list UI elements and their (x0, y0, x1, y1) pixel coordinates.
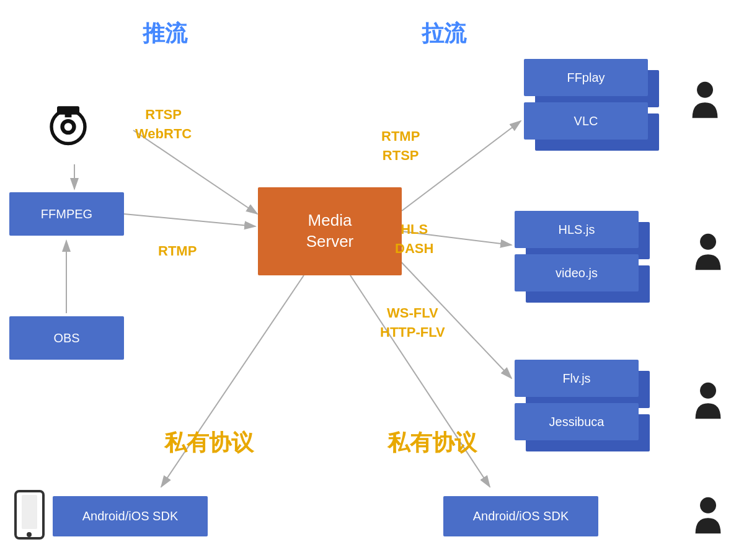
jessibuca-box: Jessibuca (515, 403, 639, 440)
person-icon-1 (688, 81, 722, 123)
flvjs-box: Flv.js (515, 360, 639, 397)
rtmp-push-label: RTMP (158, 242, 197, 261)
person-icon-4 (691, 496, 725, 539)
hls-video-stack: HLS.js video.js (515, 211, 651, 307)
push-section-label: 推流 (143, 19, 187, 49)
svg-point-12 (64, 123, 73, 131)
svg-rect-16 (22, 495, 37, 529)
ffplay-vlc-stack: FFplay VLC (524, 59, 660, 149)
svg-rect-14 (65, 110, 72, 118)
sdk-push-box: Android/iOS SDK (53, 496, 208, 536)
diagram-container: 推流 拉流 FFMPEG OBS MediaServer RTSP WebRTC… (0, 0, 744, 560)
svg-line-4 (124, 214, 255, 226)
ws-http-flv-label: WS-FLV HTTP-FLV (380, 304, 445, 342)
videojs-box: video.js (515, 254, 639, 291)
obs-box: OBS (9, 316, 124, 360)
ffmpeg-box: FFMPEG (9, 192, 124, 236)
private-push-label: 私有协议 (164, 428, 254, 458)
camera-icon (40, 96, 96, 164)
svg-point-21 (700, 497, 716, 513)
pull-section-label: 拉流 (422, 19, 466, 49)
phone-icon (12, 490, 46, 548)
svg-point-20 (700, 383, 716, 399)
svg-point-18 (697, 82, 713, 98)
private-pull-label: 私有协议 (388, 428, 477, 458)
rtmp-rtsp-pull-label: RTMP RTSP (381, 127, 420, 166)
rtsp-webrtc-label: RTSP WebRTC (135, 105, 192, 144)
sdk-pull-box: Android/iOS SDK (443, 496, 598, 536)
person-icon-2 (691, 233, 725, 275)
flv-jessibuca-stack: Flv.js Jessibuca (515, 360, 651, 456)
svg-point-17 (27, 532, 32, 537)
person-icon-3 (691, 381, 725, 424)
svg-point-19 (700, 234, 716, 250)
media-server-box: MediaServer (258, 187, 402, 275)
vlc-box: VLC (524, 102, 648, 140)
ffplay-box: FFplay (524, 59, 648, 96)
hls-dash-label: HLS DASH (395, 220, 433, 259)
hlsjs-box: HLS.js (515, 211, 639, 248)
